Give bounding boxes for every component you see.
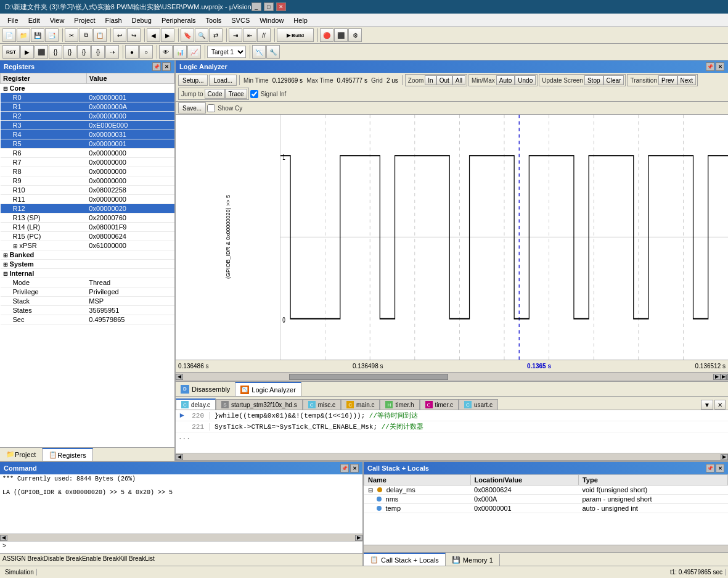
la-scroll-end-btn[interactable]: ▶| bbox=[721, 374, 728, 380]
btab-memory1[interactable]: 💾 Memory 1 bbox=[446, 554, 500, 566]
nav-back-btn[interactable]: ◀ bbox=[147, 28, 160, 42]
find-btn[interactable]: 🔍 bbox=[195, 28, 208, 42]
la-undo-btn[interactable]: Undo bbox=[515, 75, 536, 85]
clear-bp-btn[interactable]: ○ bbox=[139, 45, 153, 59]
open-btn[interactable]: 📁 bbox=[17, 28, 30, 42]
debug-settings-btn[interactable]: ⚙ bbox=[348, 28, 362, 42]
menu-window[interactable]: Window bbox=[255, 15, 288, 25]
close-file-btn[interactable]: ✕ bbox=[714, 400, 726, 410]
file-tabs-dropdown-btn[interactable]: ▼ bbox=[701, 400, 713, 410]
watch-btn[interactable]: 👁 bbox=[159, 45, 173, 59]
la-scroll-left-btn[interactable]: ◀ bbox=[176, 374, 183, 380]
nav-fwd-btn[interactable]: ▶ bbox=[161, 28, 174, 42]
register-group-banked[interactable]: ⊞ Banked bbox=[1, 250, 174, 260]
la-trace-btn[interactable]: Trace bbox=[225, 89, 247, 99]
outdent-btn[interactable]: ⇤ bbox=[243, 28, 256, 42]
tools-btn[interactable]: 🔧 bbox=[266, 45, 280, 59]
target-select[interactable]: Target 1 bbox=[207, 46, 246, 58]
save-all-btn[interactable]: 📑 bbox=[45, 28, 59, 42]
registers-pin-btn[interactable]: 📌 bbox=[152, 62, 161, 71]
step-into-btn[interactable]: {} bbox=[49, 45, 62, 59]
redo-btn[interactable]: ↪ bbox=[127, 28, 141, 42]
file-tab-misc-c[interactable]: C misc.c bbox=[303, 399, 341, 410]
btab-call-stack[interactable]: 📋 Call Stack + Locals bbox=[364, 553, 446, 566]
step-out-btn[interactable]: {} bbox=[77, 45, 91, 59]
tab-disassembly[interactable]: D Disassembly bbox=[176, 382, 235, 396]
file-tab-main-c[interactable]: C main.c bbox=[341, 399, 380, 410]
command-close-btn[interactable]: ✕ bbox=[350, 464, 359, 473]
la-load-btn[interactable]: Load... bbox=[209, 75, 237, 86]
reset-btn[interactable]: RST bbox=[2, 45, 20, 59]
la-zoom-all-btn[interactable]: All bbox=[452, 75, 465, 85]
register-group-system[interactable]: ⊞ System bbox=[1, 260, 174, 269]
step-btn[interactable]: {} bbox=[91, 45, 105, 59]
breakpoint-btn[interactable]: ● bbox=[125, 45, 139, 59]
la-zoom-in-btn[interactable]: In bbox=[425, 75, 436, 85]
menu-project[interactable]: Project bbox=[69, 15, 100, 25]
registers-close-btn[interactable]: ✕ bbox=[162, 62, 171, 71]
debug-start-btn[interactable]: 🔴 bbox=[320, 28, 333, 42]
undo-btn[interactable]: ↩ bbox=[113, 28, 126, 42]
run-btn[interactable]: ▶ bbox=[20, 45, 34, 59]
la-scrollbar[interactable]: ◀ ▶ ▶| bbox=[176, 372, 728, 381]
debug-stop-btn[interactable]: ⬛ bbox=[334, 28, 348, 42]
tab-logic-analyzer[interactable]: 📉 Logic Analyzer bbox=[235, 382, 301, 396]
menu-peripherals[interactable]: Peripherals bbox=[157, 15, 201, 25]
stop-debug-btn[interactable]: ⬛ bbox=[35, 45, 48, 59]
la-scroll-thumb[interactable] bbox=[289, 374, 448, 380]
bookmark-btn[interactable]: 🔖 bbox=[181, 28, 194, 42]
run-to-btn[interactable]: ⇢ bbox=[105, 45, 119, 59]
la-clear-btn[interactable]: Clear bbox=[603, 75, 624, 85]
minimize-btn[interactable]: _ bbox=[252, 2, 261, 11]
menu-svcs[interactable]: SVCS bbox=[226, 15, 255, 25]
file-tab-delay-c[interactable]: C delay.c bbox=[176, 398, 216, 410]
menu-debug[interactable]: Debug bbox=[127, 15, 157, 25]
replace-btn[interactable]: ⇄ bbox=[209, 28, 223, 42]
menu-tools[interactable]: Tools bbox=[201, 15, 227, 25]
register-group-core[interactable]: ⊟ Core bbox=[1, 84, 174, 93]
comment-btn[interactable]: // bbox=[257, 28, 271, 42]
logic-analyzer-btn[interactable]: 📉 bbox=[252, 45, 266, 59]
la-close-btn[interactable]: ✕ bbox=[716, 62, 724, 71]
la-next-btn[interactable]: Next bbox=[677, 75, 697, 85]
call-stack-pin-btn[interactable]: 📌 bbox=[706, 464, 714, 473]
signal-info-checkbox[interactable] bbox=[250, 90, 258, 98]
la-setup-btn[interactable]: Setup... bbox=[178, 75, 208, 86]
register-group-internal[interactable]: ⊟ Internal bbox=[1, 269, 174, 278]
tab-registers[interactable]: 📋 Registers bbox=[43, 448, 92, 461]
menu-file[interactable]: File bbox=[2, 15, 23, 25]
file-tab-timer-c[interactable]: C timer.c bbox=[420, 399, 459, 410]
show-cy-checkbox[interactable] bbox=[207, 104, 215, 112]
menu-edit[interactable]: Edit bbox=[23, 15, 45, 25]
indent-btn[interactable]: ⇥ bbox=[229, 28, 242, 42]
perf-btn[interactable]: 📈 bbox=[187, 45, 201, 59]
menu-flash[interactable]: Flash bbox=[100, 15, 127, 25]
la-prev-btn[interactable]: Prev bbox=[658, 75, 677, 85]
code-scroll-left-btn[interactable]: ◀ bbox=[176, 454, 183, 460]
la-pin-btn[interactable]: 📌 bbox=[706, 62, 714, 71]
tab-project[interactable]: 📁 Project bbox=[0, 448, 43, 461]
build-target-btn[interactable]: ▶ Build bbox=[277, 28, 314, 42]
cut-btn[interactable]: ✂ bbox=[65, 28, 78, 42]
file-tab-usart-c[interactable]: C usart.c bbox=[459, 399, 498, 410]
paste-btn[interactable]: 📋 bbox=[93, 28, 107, 42]
copy-btn[interactable]: ⧉ bbox=[79, 28, 92, 42]
menu-help[interactable]: Help bbox=[288, 15, 313, 25]
command-pin-btn[interactable]: 📌 bbox=[340, 464, 349, 473]
cmd-scroll-left[interactable]: ◀ bbox=[0, 535, 7, 541]
call-stack-close-btn[interactable]: ✕ bbox=[716, 464, 724, 473]
la-code-btn[interactable]: Code bbox=[205, 89, 226, 99]
cmd-scroll-right[interactable]: ▶ bbox=[355, 535, 362, 541]
la-save-btn[interactable]: Save... bbox=[178, 102, 206, 114]
mem-btn[interactable]: 📊 bbox=[173, 45, 187, 59]
step-over-btn[interactable]: {} bbox=[63, 45, 76, 59]
la-scroll-right-btn[interactable]: ▶ bbox=[713, 374, 721, 380]
la-stop-btn[interactable]: Stop bbox=[584, 75, 603, 85]
save-btn[interactable]: 💾 bbox=[31, 28, 44, 42]
file-tab-timer-h[interactable]: H timer.h bbox=[380, 399, 419, 410]
command-hscroll[interactable]: ◀ ▶ bbox=[0, 534, 362, 541]
la-zoom-out-btn[interactable]: Out bbox=[436, 75, 452, 85]
new-file-btn[interactable]: 📄 bbox=[2, 28, 16, 42]
maximize-btn[interactable]: □ bbox=[264, 2, 274, 11]
la-auto-btn[interactable]: Auto bbox=[496, 75, 515, 85]
